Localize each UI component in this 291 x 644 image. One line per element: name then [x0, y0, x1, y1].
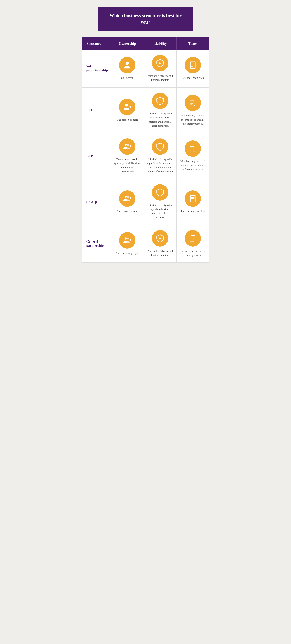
liability-icon-0 — [152, 55, 168, 71]
table-row: LLP Two or more people, typically specia… — [82, 133, 209, 179]
ownership-cell-0: One person — [111, 50, 144, 87]
taxes-icon-1 — [184, 94, 201, 111]
table-row: General partnership Two or more people P… — [82, 225, 209, 262]
svg-point-5 — [125, 104, 128, 106]
structure-name-2: LLP — [82, 133, 111, 179]
ownership-icon-1 — [119, 99, 136, 115]
svg-point-16 — [124, 144, 126, 146]
svg-point-0 — [126, 62, 129, 65]
table-row: Sole proprietorship One person Personall… — [82, 50, 209, 87]
liability-content-4: Personally liable for all business matte… — [147, 230, 174, 257]
header-liability: Liability — [144, 37, 176, 50]
svg-point-36 — [124, 238, 126, 240]
taxes-icon-0 — [184, 57, 201, 73]
comparison-table: Structure Ownership Liability Taxes Sole… — [82, 37, 209, 263]
liability-content-3: Limited liability with regards to busine… — [147, 184, 174, 220]
ownership-cell-2: Two or more people, typically specializa… — [111, 133, 144, 179]
svg-point-37 — [127, 238, 129, 240]
liability-content-2: Limited liability with regards to the ac… — [147, 138, 174, 174]
ownership-icon-0 — [119, 57, 136, 73]
liability-cell-4: Personally liable for all business matte… — [144, 225, 176, 262]
taxes-content-2: Members pay personal income tax as well … — [180, 140, 206, 172]
taxes-content-3: Pass-through taxation — [180, 190, 206, 214]
ownership-text-0: One person — [121, 76, 134, 80]
taxes-icon-2 — [184, 140, 201, 157]
liability-cell-0: Personally liable for all business matte… — [144, 50, 176, 87]
ownership-text-2: Two or more people, typically specializa… — [114, 157, 141, 174]
ownership-content-3: One person or more — [114, 190, 141, 214]
liability-icon-4 — [152, 230, 168, 246]
taxes-icon-4 — [184, 230, 201, 246]
taxes-cell-1: Members pay personal income tax as well … — [176, 87, 209, 133]
ownership-content-1: One person or more — [114, 99, 141, 122]
liability-icon-2 — [152, 138, 168, 155]
taxes-text-2: Members pay personal income tax as well … — [180, 159, 206, 172]
structure-name-0: Sole proprietorship — [82, 50, 111, 87]
taxes-content-0: Personal income tax — [180, 57, 206, 80]
ownership-text-1: One person or more — [116, 118, 138, 122]
svg-point-29 — [127, 196, 129, 198]
ownership-cell-1: One person or more — [111, 87, 144, 133]
ownership-icon-3 — [119, 190, 136, 207]
taxes-text-3: Pass-through taxation — [181, 210, 204, 214]
ownership-cell-4: Two or more people — [111, 225, 144, 262]
header-ownership: Ownership — [111, 37, 144, 50]
liability-text-1: Limited liability with regards to busine… — [147, 112, 174, 128]
svg-point-28 — [124, 196, 126, 198]
taxes-text-4: Personal income taxes for all partners — [180, 249, 206, 257]
structure-name-4: General partnership — [82, 225, 111, 262]
table-row: S-Corp One person or more Limited liabil… — [82, 179, 209, 225]
taxes-content-4: Personal income taxes for all partners — [180, 230, 206, 257]
ownership-content-4: Two or more people — [114, 232, 141, 255]
ownership-content-0: One person — [114, 57, 141, 80]
liability-content-0: Personally liable for all business matte… — [147, 55, 174, 82]
liability-content-1: Limited liability with regards to busine… — [147, 92, 174, 128]
ownership-cell-3: One person or more — [111, 179, 144, 225]
taxes-icon-3 — [184, 190, 201, 207]
ownership-icon-4 — [119, 232, 136, 248]
ownership-icon-2 — [119, 138, 136, 155]
ownership-content-2: Two or more people, typically specializa… — [114, 138, 141, 174]
liability-text-2: Limited liability with regards to the ac… — [147, 157, 174, 174]
structure-name-3: S-Corp — [82, 179, 111, 225]
liability-cell-1: Limited liability with regards to busine… — [144, 87, 176, 133]
taxes-cell-4: Personal income taxes for all partners — [176, 225, 209, 262]
liability-icon-1 — [152, 92, 168, 109]
ownership-text-3: One person or more — [116, 210, 138, 214]
taxes-content-1: Members pay personal income tax as well … — [180, 94, 206, 126]
liability-icon-3 — [152, 184, 168, 201]
taxes-cell-0: Personal income tax — [176, 50, 209, 87]
page-wrapper: Which business structure is best for you… — [82, 7, 209, 263]
liability-text-4: Personally liable for all business matte… — [147, 249, 174, 257]
taxes-cell-2: Members pay personal income tax as well … — [176, 133, 209, 179]
taxes-cell-3: Pass-through taxation — [176, 179, 209, 225]
structure-name-1: LLC — [82, 87, 111, 133]
header-row: Structure Ownership Liability Taxes — [82, 37, 209, 50]
liability-cell-3: Limited liability with regards to busine… — [144, 179, 176, 225]
ownership-text-4: Two or more people — [116, 251, 138, 255]
liability-text-0: Personally liable for all business matte… — [147, 74, 174, 82]
taxes-text-1: Members pay personal income tax as well … — [180, 114, 206, 126]
table-row: LLC One person or more Limited liability… — [82, 87, 209, 133]
liability-cell-2: Limited liability with regards to the ac… — [144, 133, 176, 179]
header-structure: Structure — [82, 37, 111, 50]
taxes-text-0: Personal income tax — [182, 76, 204, 80]
title-box: Which business structure is best for you… — [98, 7, 193, 31]
liability-text-3: Limited liability with regards to busine… — [147, 203, 174, 220]
page-title: Which business structure is best for you… — [106, 12, 186, 26]
svg-point-17 — [127, 144, 129, 146]
header-taxes: Taxes — [176, 37, 209, 50]
